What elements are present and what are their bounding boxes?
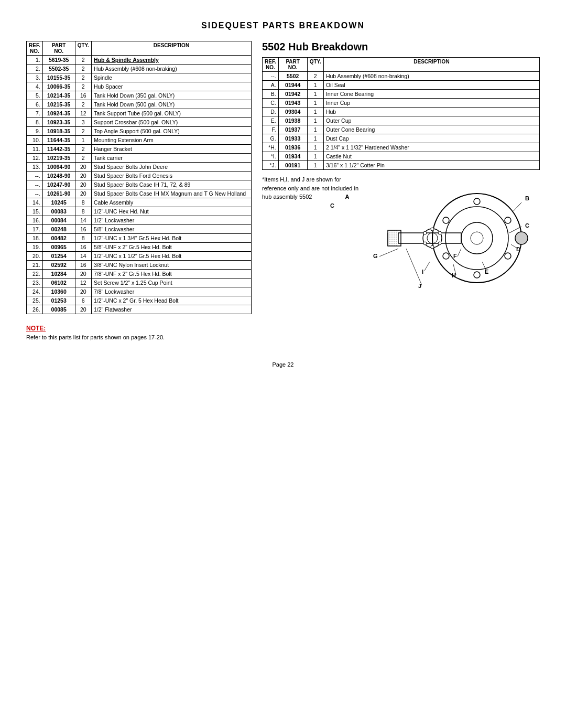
cell-qty: 20 [75, 287, 91, 296]
cell-part: 01944 [278, 81, 307, 90]
cell-part: 10245 [42, 198, 75, 207]
cell-ref: 8. [27, 118, 43, 127]
cell-ref: *J. [263, 161, 279, 170]
note-label: NOTE: [26, 325, 46, 332]
table-row: 3.10155-352Spindle [27, 73, 252, 82]
cell-qty: 1 [307, 134, 323, 143]
cell-desc: 1/2" Flatwasher [91, 305, 251, 314]
cell-ref: *H. [263, 143, 279, 152]
table-row: *H.0193612 1/4" x 1 1/32" Hardened Washe… [263, 143, 540, 152]
svg-point-5 [505, 217, 511, 223]
cell-ref: 20. [27, 252, 43, 261]
table-row: 10.11644-351Mounting Extension Arm [27, 136, 252, 145]
cell-qty: 20 [75, 172, 91, 180]
table-row: *J.0019113/16" x 1 1/2" Cotter Pin [263, 161, 540, 170]
cell-desc: 5/8" Lockwasher [91, 225, 251, 234]
cell-desc: Spindle [91, 73, 251, 82]
cell-qty: 16 [75, 225, 91, 234]
svg-line-30 [406, 249, 422, 285]
diag-label-f: F [453, 253, 457, 259]
col-header-desc: DESCRIPTION [91, 41, 251, 56]
cell-part: 5502-35 [42, 65, 75, 73]
col-header-qty: QTY. [75, 41, 91, 56]
cell-qty: 2 [75, 73, 91, 82]
table-row: 24.10360207/8" Lockwasher [27, 287, 252, 296]
cell-part: 01937 [278, 125, 307, 134]
cell-ref: E. [263, 116, 279, 125]
svg-point-27 [515, 232, 528, 244]
cell-desc: Hub Assembly (#608 non-braking) [91, 65, 251, 73]
cell-part: 00085 [42, 305, 75, 314]
cell-desc: Stud Spacer Bolts Case IH MX Magnum and … [91, 189, 251, 198]
hub-col-qty: QTY. [307, 58, 323, 72]
cell-desc: Outer Cup [323, 116, 539, 125]
cell-ref: 23. [27, 279, 43, 287]
cell-desc: 1/2"-UNC x 2" Gr. 5 Hex Head Bolt [91, 296, 251, 305]
cell-ref: D. [263, 108, 279, 116]
cell-qty: 1 [307, 99, 323, 108]
cell-ref: 14. [27, 198, 43, 207]
cell-qty: 1 [307, 152, 323, 161]
cell-qty: 2 [307, 72, 323, 81]
cell-qty: 1 [307, 81, 323, 90]
svg-point-23 [438, 242, 441, 245]
cell-ref: 2. [27, 65, 43, 73]
table-row: *I.019341Castle Nut [263, 152, 540, 161]
cell-part: 10155-35 [42, 73, 75, 82]
table-row: 21.02592163/8"-UNC Nylon Insert Locknut [27, 261, 252, 270]
cell-qty: 20 [75, 305, 91, 314]
cell-desc: Tank Hold Down (350 gal. ONLY) [91, 91, 251, 100]
cell-qty: 16 [75, 261, 91, 270]
cell-part: 00084 [42, 216, 75, 225]
cell-qty: 20 [75, 189, 91, 198]
cell-desc: Mounting Extension Arm [91, 136, 251, 145]
cell-qty: 2 [75, 56, 91, 65]
cell-ref: 10. [27, 136, 43, 145]
cell-qty: 14 [75, 216, 91, 225]
cell-part: 00191 [278, 161, 307, 170]
cell-qty: 20 [75, 163, 91, 172]
diag-label-c2: C [525, 222, 529, 229]
cell-part: 11442-35 [42, 145, 75, 154]
cell-part: 00248 [42, 225, 75, 234]
cell-desc: Tank Hold Down (500 gal. ONLY) [91, 100, 251, 109]
cell-desc: 7/8"-UNF x 2" Gr.5 Hex Hd. Bolt [91, 270, 251, 279]
col-header-part: PARTNO. [42, 41, 75, 56]
cell-part: 10247-90 [42, 180, 75, 189]
cell-desc: 7/8" Lockwasher [91, 287, 251, 296]
cell-ref: --. [27, 180, 43, 189]
cell-desc: Tank carrier [91, 154, 251, 163]
cell-desc: Stud Spacer Bolts Ford Genesis [91, 172, 251, 180]
note-body: Refer to this parts list for parts shown… [26, 334, 540, 340]
cell-part: 5502 [278, 72, 307, 81]
cell-ref: --. [263, 72, 279, 81]
svg-point-24 [431, 245, 434, 249]
svg-point-9 [443, 217, 449, 223]
cell-ref: 19. [27, 243, 43, 252]
cell-ref: 21. [27, 261, 43, 270]
col-header-ref: REF.NO. [27, 41, 43, 56]
cell-desc: 1/2"-UNC Hex Hd. Nut [91, 207, 251, 216]
table-row: 11.11442-352Hanger Bracket [27, 145, 252, 154]
cell-part: 00965 [42, 243, 75, 252]
cell-part: 10219-35 [42, 154, 75, 163]
cell-part: 10261-90 [42, 189, 75, 198]
table-row: 5.10214-3516Tank Hold Down (350 gal. ONL… [27, 91, 252, 100]
table-row: --.10261-9020Stud Spacer Bolts Case IH M… [27, 189, 252, 198]
cell-ref: 25. [27, 296, 43, 305]
diag-label-e: E [485, 269, 488, 275]
cell-part: 01253 [42, 296, 75, 305]
diag-label-g: G [373, 253, 378, 259]
svg-point-25 [423, 242, 427, 245]
cell-part: 10923-35 [42, 118, 75, 127]
cell-part: 00083 [42, 207, 75, 216]
cell-qty: 12 [75, 109, 91, 118]
cell-part: 01933 [278, 134, 307, 143]
cell-desc: Outer Cone Bearing [323, 125, 539, 134]
cell-ref: 5. [27, 91, 43, 100]
cell-desc: 1/2"-UNC x 1 1/2" Gr.5 Hex Hd. Bolt [91, 252, 251, 261]
cell-ref: 17. [27, 225, 43, 234]
cell-qty: 1 [307, 90, 323, 99]
cell-qty: 2 [75, 127, 91, 136]
cell-part: 11644-35 [42, 136, 75, 145]
